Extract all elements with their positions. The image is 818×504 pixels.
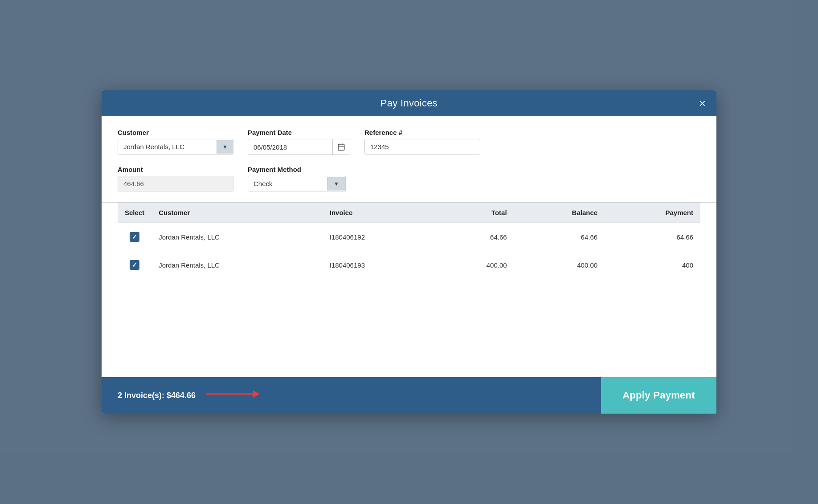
col-invoice: Invoice: [323, 203, 435, 223]
svg-marker-5: [253, 390, 260, 398]
reference-label: Reference #: [364, 129, 480, 136]
customer-group: Customer Jordan Rentals, LLC ▼: [118, 129, 233, 154]
table-body: Jordan Rentals, LLC I180406192 64.66 64.…: [118, 223, 700, 377]
payment-method-value: Check: [248, 176, 327, 191]
payment-method-label: Payment Method: [248, 166, 346, 173]
reference-group: Reference #: [364, 129, 480, 154]
row2-balance: 400.00: [514, 251, 605, 279]
form-row-1: Customer Jordan Rentals, LLC ▼ Payment D…: [118, 129, 700, 155]
row2-select-cell: [118, 251, 151, 279]
calendar-icon: [337, 143, 345, 151]
modal-overlay: Pay Invoices × Customer Jordan Rentals, …: [0, 0, 818, 504]
amount-group: Amount: [118, 166, 233, 191]
apply-payment-button[interactable]: Apply Payment: [601, 377, 716, 414]
arrow-icon: [206, 387, 260, 404]
modal-close-button[interactable]: ×: [697, 96, 708, 111]
col-payment: Payment: [605, 203, 700, 223]
amount-label: Amount: [118, 166, 233, 173]
row1-select-cell: [118, 223, 151, 251]
calendar-button[interactable]: [332, 139, 350, 154]
row1-payment: 64.66: [605, 223, 700, 251]
modal-body: Customer Jordan Rentals, LLC ▼ Payment D…: [102, 116, 716, 191]
payment-date-label: Payment Date: [248, 129, 350, 136]
row1-checkbox[interactable]: [130, 232, 139, 242]
row2-invoice: I180406193: [323, 251, 435, 279]
form-row-2: Amount Payment Method Check ▼: [118, 166, 700, 191]
payment-method-group: Payment Method Check ▼: [248, 166, 346, 191]
invoice-table-section: Select Customer Invoice Total Balance Pa…: [102, 203, 716, 377]
col-customer: Customer: [151, 203, 323, 223]
row1-invoice: I180406192: [323, 223, 435, 251]
reference-input[interactable]: [364, 139, 480, 154]
col-total: Total: [435, 203, 514, 223]
footer-summary: 2 Invoice(s): $464.66: [118, 391, 196, 400]
invoice-table: Select Customer Invoice Total Balance Pa…: [118, 203, 700, 377]
customer-select-wrapper[interactable]: Jordan Rentals, LLC ▼: [118, 139, 233, 154]
col-select: Select: [118, 203, 151, 223]
table-row: Jordan Rentals, LLC I180406192 64.66 64.…: [118, 223, 700, 251]
pay-invoices-modal: Pay Invoices × Customer Jordan Rentals, …: [102, 90, 716, 414]
modal-header: Pay Invoices ×: [102, 90, 716, 116]
table-row: Jordan Rentals, LLC I180406193 400.00 40…: [118, 251, 700, 279]
payment-date-value: 06/05/2018: [248, 140, 332, 154]
row2-payment: 400: [605, 251, 700, 279]
modal-title: Pay Invoices: [380, 98, 438, 109]
red-arrow-svg: [206, 388, 260, 400]
col-balance: Balance: [514, 203, 605, 223]
modal-footer: 2 Invoice(s): $464.66 Apply Payment: [102, 377, 716, 414]
table-header: Select Customer Invoice Total Balance Pa…: [118, 203, 700, 223]
customer-select-value: Jordan Rentals, LLC: [118, 139, 217, 154]
row1-balance: 64.66: [514, 223, 605, 251]
row2-total: 400.00: [435, 251, 514, 279]
svg-rect-0: [338, 144, 344, 150]
payment-method-select-wrapper[interactable]: Check ▼: [248, 176, 346, 191]
footer-arrow-area: [196, 387, 601, 404]
row1-customer: Jordan Rentals, LLC: [151, 223, 323, 251]
row2-checkbox[interactable]: [130, 260, 139, 270]
empty-row: [118, 279, 700, 377]
payment-date-group: Payment Date 06/05/2018: [248, 129, 350, 155]
payment-method-dropdown-button[interactable]: ▼: [327, 177, 345, 191]
row2-customer: Jordan Rentals, LLC: [151, 251, 323, 279]
customer-dropdown-button[interactable]: ▼: [217, 140, 233, 154]
amount-input[interactable]: [118, 176, 233, 191]
customer-label: Customer: [118, 129, 233, 136]
date-input-wrapper[interactable]: 06/05/2018: [248, 139, 350, 155]
row1-total: 64.66: [435, 223, 514, 251]
